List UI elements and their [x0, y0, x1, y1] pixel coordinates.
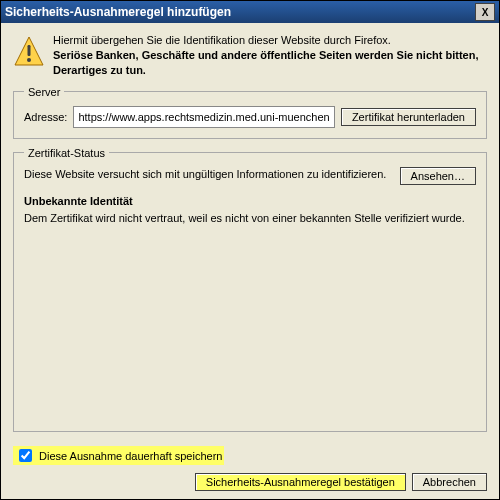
intro-area: Hiermit übergehen Sie die Identifikation…	[13, 33, 487, 78]
footer: Diese Ausnahme dauerhaft speichern Siche…	[13, 440, 487, 491]
close-button[interactable]: X	[475, 3, 495, 21]
view-cert-button[interactable]: Ansehen…	[400, 167, 476, 185]
cert-status-fieldset: Zertifikat-Status Diese Website versucht…	[13, 147, 487, 432]
cert-status-row: Diese Website versucht sich mit ungültig…	[24, 167, 476, 185]
intro-text: Hiermit übergehen Sie die Identifikation…	[53, 33, 487, 78]
cert-status-text: Diese Website versucht sich mit ungültig…	[24, 167, 390, 182]
unknown-identity-detail: Dem Zertifikat wird nicht vertraut, weil…	[24, 211, 476, 226]
warning-icon	[13, 35, 45, 67]
svg-point-2	[27, 58, 31, 62]
window-title: Sicherheits-Ausnahmeregel hinzufügen	[5, 5, 475, 19]
close-icon: X	[482, 7, 489, 18]
titlebar: Sicherheits-Ausnahmeregel hinzufügen X	[1, 1, 499, 23]
cert-status-legend: Zertifikat-Status	[24, 147, 109, 159]
dialog-window: Sicherheits-Ausnahmeregel hinzufügen X H…	[0, 0, 500, 500]
intro-line1: Hiermit übergehen Sie die Identifikation…	[53, 33, 487, 48]
server-row: Adresse: Zertifikat herunterladen	[24, 106, 476, 128]
address-input[interactable]	[73, 106, 334, 128]
unknown-identity-heading: Unbekannte Identität	[24, 195, 476, 207]
cancel-button[interactable]: Abbrechen	[412, 473, 487, 491]
server-fieldset: Server Adresse: Zertifikat herunterladen	[13, 86, 487, 139]
persist-exception-checkbox[interactable]	[19, 449, 32, 462]
address-label: Adresse:	[24, 111, 67, 123]
intro-line2: Seriöse Banken, Geschäfte und andere öff…	[53, 48, 487, 78]
button-row: Sicherheits-Ausnahmeregel bestätigen Abb…	[13, 473, 487, 491]
download-cert-button[interactable]: Zertifikat herunterladen	[341, 108, 476, 126]
server-legend: Server	[24, 86, 64, 98]
cert-status-wrapper: Zertifikat-Status Diese Website versucht…	[13, 147, 487, 440]
dialog-body: Hiermit übergehen Sie die Identifikation…	[1, 23, 499, 499]
svg-rect-1	[28, 45, 31, 56]
persist-exception-label: Diese Ausnahme dauerhaft speichern	[39, 450, 222, 462]
confirm-button[interactable]: Sicherheits-Ausnahmeregel bestätigen	[195, 473, 406, 491]
persist-exception-row: Diese Ausnahme dauerhaft speichern	[13, 446, 224, 465]
